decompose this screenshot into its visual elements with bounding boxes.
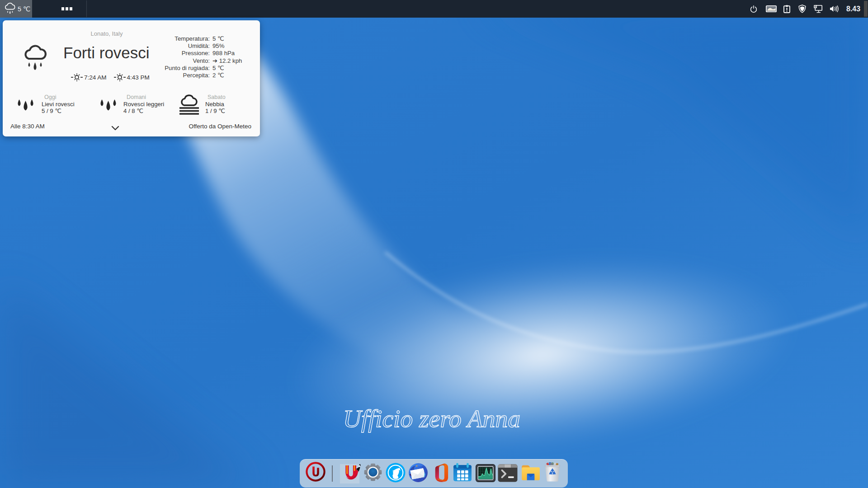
svg-text:Ufficio zero Anna: Ufficio zero Anna	[343, 405, 520, 432]
